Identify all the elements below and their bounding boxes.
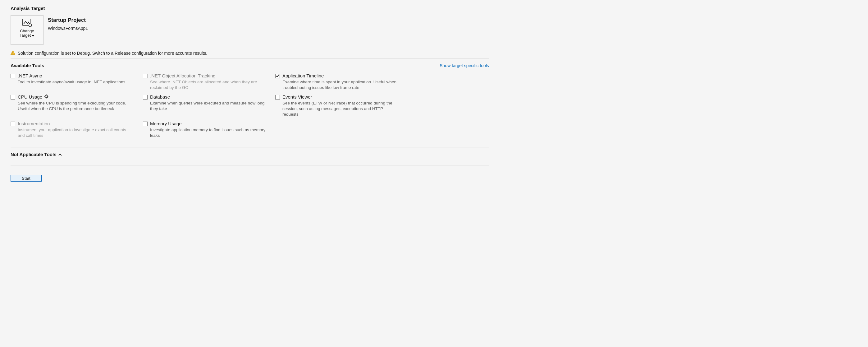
svg-marker-6 xyxy=(32,35,34,37)
config-warning: Solution configuration is set to Debug. … xyxy=(10,50,489,56)
change-target-label-line1: Change xyxy=(20,29,34,33)
start-button[interactable]: Start xyxy=(10,175,42,181)
svg-rect-8 xyxy=(13,52,13,53)
gear-icon[interactable] xyxy=(44,94,49,99)
project-title: Startup Project xyxy=(48,17,88,23)
footer-bar: Start xyxy=(10,175,489,181)
divider xyxy=(10,147,489,147)
warning-icon xyxy=(10,50,15,56)
tool-events-viewer-title: Events Viewer xyxy=(282,94,312,99)
tool-cpu-usage[interactable]: CPU Usage See where th xyxy=(10,94,143,117)
checkbox-events-viewer[interactable] xyxy=(275,95,280,99)
change-target-label-line2: Target xyxy=(20,33,31,38)
project-info: Startup Project WindowsFormsApp1 xyxy=(48,15,88,31)
tool-object-allocation-title: .NET Object Allocation Tracking xyxy=(150,73,216,78)
svg-line-16 xyxy=(47,97,48,98)
tool-cpu-usage-desc: See where the CPU is spending time execu… xyxy=(18,100,133,112)
tool-instrumentation-desc: Instrument your application to investiga… xyxy=(18,127,133,138)
tool-net-async-desc: Tool to investigate async/await usage in… xyxy=(18,79,133,85)
tool-net-async-title: .NET Async xyxy=(18,73,42,78)
svg-point-10 xyxy=(45,95,48,97)
image-gear-icon xyxy=(22,19,32,27)
profiler-config-page: Analysis Target Change xyxy=(0,0,500,189)
divider xyxy=(10,165,489,166)
svg-line-18 xyxy=(45,97,46,98)
tool-memory-usage[interactable]: Memory Usage Investigate application mem… xyxy=(143,121,275,138)
checkbox-memory-usage[interactable] xyxy=(143,122,148,126)
chevron-up-icon xyxy=(58,152,62,157)
svg-line-15 xyxy=(45,95,46,95)
config-warning-text: Solution configuration is set to Debug. … xyxy=(18,51,207,56)
checkbox-net-async[interactable] xyxy=(10,74,15,78)
checkbox-database[interactable] xyxy=(143,95,148,99)
divider xyxy=(10,58,489,58)
svg-rect-9 xyxy=(13,54,13,54)
checkbox-application-timeline[interactable] xyxy=(275,74,280,78)
tool-application-timeline[interactable]: Application Timeline Examine where time … xyxy=(275,73,408,90)
analysis-target-heading: Analysis Target xyxy=(10,6,489,11)
not-applicable-tools-heading: Not Applicable Tools xyxy=(10,152,57,157)
tool-net-async[interactable]: .NET Async Tool to investigate async/awa… xyxy=(10,73,143,90)
change-target-button[interactable]: Change Target xyxy=(10,15,43,45)
available-tools-grid: .NET Async Tool to investigate async/awa… xyxy=(10,73,489,138)
project-name: WindowsFormsApp1 xyxy=(48,26,88,31)
tool-events-viewer-desc: See the events (ETW or NetTrace) that oc… xyxy=(282,100,398,117)
checkbox-cpu-usage[interactable] xyxy=(10,95,15,99)
tool-database[interactable]: Database Examine when queries were execu… xyxy=(143,94,275,117)
tool-database-title: Database xyxy=(150,94,170,99)
tool-cpu-usage-title: CPU Usage xyxy=(18,94,42,99)
tool-memory-usage-title: Memory Usage xyxy=(150,121,182,126)
tool-application-timeline-title: Application Timeline xyxy=(282,73,324,78)
checkbox-object-allocation xyxy=(143,74,148,78)
svg-point-1 xyxy=(29,24,32,27)
available-tools-heading: Available Tools xyxy=(10,63,44,68)
tool-object-allocation: .NET Object Allocation Tracking See wher… xyxy=(143,73,275,90)
tool-instrumentation: Instrumentation Instrument your applicat… xyxy=(10,121,143,138)
svg-line-17 xyxy=(47,95,48,95)
tool-memory-usage-desc: Investigate application memory to find i… xyxy=(150,127,266,138)
checkbox-instrumentation xyxy=(10,122,15,126)
caret-down-icon xyxy=(32,33,34,38)
show-target-specific-tools-link[interactable]: Show target specific tools xyxy=(440,63,489,68)
tool-application-timeline-desc: Examine where time is spent in your appl… xyxy=(282,79,398,90)
tool-object-allocation-desc: See where .NET Objects are allocated and… xyxy=(150,79,266,90)
tool-events-viewer[interactable]: Events Viewer See the events (ETW or Net… xyxy=(275,94,408,117)
tool-instrumentation-title: Instrumentation xyxy=(18,121,50,126)
analysis-target-row: Change Target Startup Project WindowsFor… xyxy=(10,15,489,45)
tool-database-desc: Examine when queries were executed and m… xyxy=(150,100,266,112)
not-applicable-tools-toggle[interactable]: Not Applicable Tools xyxy=(10,152,489,157)
